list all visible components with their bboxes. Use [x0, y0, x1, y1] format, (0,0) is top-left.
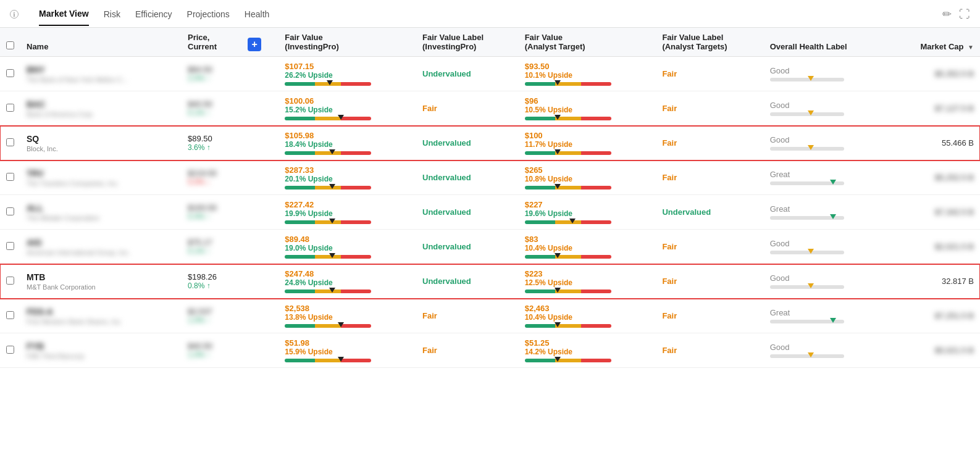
fv-label-analyst-cell: Fair: [656, 57, 763, 91]
table-row: MTB M&T Bank Corporation $198.26 0.8% ↑ …: [0, 264, 980, 299]
fv-analyst-cell: $2,463 10.4% Upside: [519, 299, 656, 333]
col-add[interactable]: +: [239, 28, 279, 57]
row-checkbox[interactable]: [6, 311, 14, 319]
row-checkbox[interactable]: [6, 346, 14, 354]
select-all-checkbox[interactable]: [6, 41, 14, 49]
col-fv-label-pro: Fair Value Label(InvestingPro): [416, 28, 519, 57]
health-bar-container: [770, 216, 882, 220]
fv-analyst-value: $100: [525, 131, 650, 140]
health-bar-container: [770, 112, 882, 116]
fv-pro-value: $100.06: [285, 96, 410, 106]
market-cap-cell: $7,251.5 B: [889, 299, 980, 333]
row-checkbox-cell[interactable]: [0, 333, 20, 368]
row-checkbox[interactable]: [6, 207, 14, 215]
fv-analyst-value: $93.50: [525, 62, 650, 71]
fv-analyst-bar: [525, 220, 611, 224]
fv-pro-bar: [285, 359, 371, 362]
row-checkbox-cell[interactable]: [0, 299, 20, 333]
ticker-label: FDS-A: [27, 307, 175, 317]
price-value: $219.50: [188, 169, 233, 178]
fv-label-pro-cell: Fair: [416, 333, 519, 368]
table-header: Name Price,Current + Fair Value(Investin…: [0, 28, 980, 57]
fv-analyst-bar: [525, 151, 611, 155]
price-change: 5.0% ↓: [188, 178, 233, 186]
expand-icon[interactable]: ⛶: [959, 8, 970, 21]
row-checkbox[interactable]: [6, 104, 14, 112]
fv-pro-cell: $89.48 19.0% Upside: [279, 230, 416, 264]
row-checkbox[interactable]: [6, 277, 14, 285]
row-checkbox-cell[interactable]: [0, 230, 20, 264]
fv-pro-value: $227.42: [285, 200, 410, 209]
row-checkbox-cell[interactable]: [0, 57, 20, 91]
fv-pro-upside: 24.8% Upside: [285, 278, 410, 287]
fv-label-pro-cell: Undervalued: [416, 264, 519, 299]
spacer-cell: [239, 195, 279, 230]
col-market-cap[interactable]: Market Cap ▼: [889, 28, 980, 57]
tab-risk[interactable]: Risk: [104, 9, 120, 25]
health-cell: Great: [764, 160, 889, 195]
fv-pro-upside: 26.2% Upside: [285, 71, 410, 80]
row-checkbox-cell[interactable]: [0, 126, 20, 160]
tab-efficiency[interactable]: Efficiency: [135, 9, 172, 25]
row-checkbox[interactable]: [6, 69, 14, 77]
fv-pro-bar-container: [285, 290, 410, 293]
fv-analyst-marker: [569, 219, 576, 223]
fv-label-pro-value: Undervalued: [422, 138, 513, 148]
fv-analyst-upside: 11.7% Upside: [525, 140, 650, 149]
table-row: SQ Block, Inc. $89.50 3.6% ↑ $105.98 18.…: [0, 126, 980, 160]
fv-analyst-cell: $96 10.5% Upside: [519, 91, 656, 126]
tab-health[interactable]: Health: [245, 9, 269, 25]
fv-pro-cell: $51.98 15.9% Upside: [279, 333, 416, 368]
fv-analyst-bar-container: [525, 220, 650, 224]
market-cap-value: $7,251.5 B: [935, 311, 974, 320]
fv-analyst-cell: $265 10.8% Upside: [519, 160, 656, 195]
row-checkbox[interactable]: [6, 173, 14, 181]
row-checkbox-cell[interactable]: [0, 195, 20, 230]
row-checkbox-cell[interactable]: [0, 264, 20, 299]
stock-name-cell: TRV The Travelers Companies, Inc.: [20, 160, 182, 195]
fv-analyst-upside: 10.1% Upside: [525, 71, 650, 80]
row-checkbox-cell[interactable]: [0, 91, 20, 126]
edit-icon[interactable]: ✏: [942, 7, 952, 21]
health-marker: [808, 76, 814, 81]
fv-analyst-cell: $227 19.6% Upside: [519, 195, 656, 230]
company-label: First Western Bank Shares, Inc.: [27, 318, 175, 325]
fv-pro-upside: 19.0% Upside: [285, 244, 410, 252]
spacer-cell: [239, 299, 279, 333]
ticker-label: BAC: [27, 99, 175, 109]
health-bar: [770, 251, 844, 254]
fv-pro-bar-container: [285, 117, 410, 120]
fv-analyst-bar: [525, 324, 611, 328]
row-checkbox[interactable]: [6, 242, 14, 250]
ticker-label: ALL: [27, 203, 175, 213]
table-row: BAC Bank of America Corp $40.50 0.1% ↑ $…: [0, 91, 980, 126]
row-checkbox-cell[interactable]: [0, 160, 20, 195]
fv-analyst-bar: [525, 255, 611, 259]
health-cell: Good: [764, 126, 889, 160]
price-change: 0.1% ↑: [188, 109, 233, 117]
nav-icons: ✏ ⛶: [942, 7, 970, 27]
screener-summary-nav[interactable]: ℹ: [10, 10, 24, 25]
tab-projections[interactable]: Projections: [187, 9, 230, 25]
price-cell: $89.50 3.6% ↑: [182, 126, 239, 160]
company-label: Bank of America Corp: [27, 110, 175, 118]
market-cap-value: $7,127.5 B: [935, 104, 974, 113]
fv-pro-marker: [338, 322, 344, 327]
fv-pro-upside: 15.9% Upside: [285, 348, 410, 356]
price-value: $40.50: [188, 341, 233, 351]
health-label-value: Good: [770, 135, 882, 144]
fv-pro-upside: 13.8% Upside: [285, 313, 410, 322]
ticker-label: AIG: [27, 238, 175, 248]
health-label-value: Good: [770, 239, 882, 248]
market-cap-cell: $5,252.5 B: [889, 160, 980, 195]
row-checkbox[interactable]: [6, 138, 14, 146]
fv-analyst-bar-container: [525, 324, 650, 328]
health-bar: [770, 181, 844, 185]
add-column-button[interactable]: +: [248, 38, 261, 51]
fv-pro-marker: [329, 219, 335, 223]
fv-pro-cell: $227.42 19.9% Upside: [279, 195, 416, 230]
fv-label-analyst-cell: Fair: [656, 126, 763, 160]
health-cell: Good: [764, 333, 889, 368]
tab-market-view[interactable]: Market View: [39, 9, 89, 26]
price-value: $84.50: [188, 65, 233, 74]
